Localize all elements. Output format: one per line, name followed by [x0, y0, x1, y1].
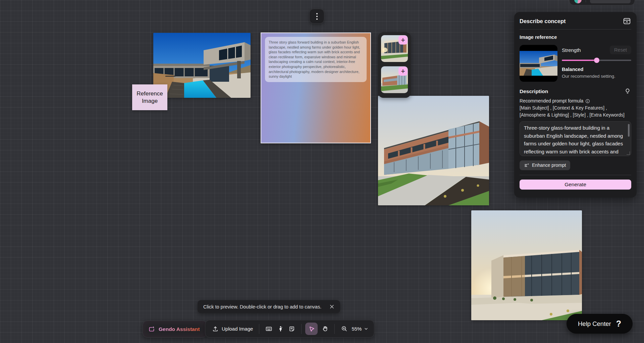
avatar[interactable] — [574, 0, 582, 3]
toolbar-divider — [301, 324, 302, 334]
formula-line-2: [Atmosphere & Lighting] , [Style] , [Ext… — [520, 112, 631, 119]
close-icon[interactable] — [329, 303, 335, 310]
hand-icon — [321, 325, 328, 332]
prompt-textarea-text: Three-story glass-forward building in a … — [520, 122, 631, 156]
textarea-resize-handle[interactable] — [627, 151, 630, 155]
slider-fill — [562, 60, 597, 61]
shortcuts-tool-button[interactable] — [263, 323, 275, 335]
textarea-scrollbar[interactable] — [628, 124, 630, 137]
canvas-image-brick-building[interactable] — [378, 96, 489, 205]
generate-button[interactable]: Generate — [520, 180, 631, 190]
strength-value-hint: Our recommended setting. — [562, 74, 631, 79]
divider — [586, 0, 586, 2]
preview-toast: Click to preview. Double-click or drag t… — [198, 300, 340, 313]
reference-note-label: Reference Image — [132, 90, 167, 105]
note-icon — [288, 326, 295, 332]
user-chip — [569, 0, 635, 5]
canvas-image-golden-building[interactable] — [471, 210, 582, 320]
gendo-assistant-button[interactable]: Gendo Assistant — [143, 321, 207, 338]
select-tool-button[interactable] — [305, 323, 318, 335]
formula-label: Recommended prompt formula — [520, 98, 583, 104]
image-reference-label: Image reference — [520, 35, 631, 40]
slider-handle[interactable] — [594, 58, 599, 63]
pan-tool-button[interactable] — [319, 323, 331, 335]
zoom-level-control[interactable]: 55% — [350, 324, 370, 334]
toast-message: Click to preview. Double-click or drag t… — [203, 304, 321, 310]
collapse-panel-icon[interactable] — [623, 17, 631, 25]
zoom-level: 55% — [352, 326, 362, 332]
help-center-button[interactable]: Help Center ? — [567, 314, 633, 334]
assistant-label: Gendo Assistant — [159, 326, 200, 332]
account-button[interactable] — [590, 0, 631, 3]
canvas-image-concrete-house[interactable] — [153, 33, 251, 98]
golden-building-illustration — [471, 210, 582, 320]
lightbulb-icon[interactable] — [624, 88, 631, 95]
question-mark-icon: ? — [616, 319, 621, 329]
enhance-prompt-button[interactable]: Enhance prompt — [520, 160, 570, 170]
strength-value-label: Balanced — [562, 67, 631, 72]
canvas-toolbar: Upload Image — [205, 320, 374, 338]
concrete-house-illustration — [153, 33, 251, 98]
enhance-sparkle-icon — [524, 162, 530, 168]
prompt-card-text: Three story glass forward building in a … — [265, 37, 367, 82]
kebab-dot — [316, 13, 318, 14]
info-icon[interactable] — [585, 99, 590, 104]
strength-label: Strength — [562, 47, 581, 53]
toolbar-divider — [259, 324, 259, 334]
brick-building-illustration — [378, 96, 489, 205]
add-to-canvas-button[interactable]: + — [398, 67, 408, 76]
prompt-textarea[interactable]: Three-story glass-forward building in a … — [520, 121, 631, 156]
cursor-icon — [308, 326, 315, 332]
upload-image-button[interactable]: Upload Image — [210, 323, 255, 335]
upload-icon — [212, 326, 219, 332]
divider — [520, 29, 631, 29]
assistant-icon — [148, 326, 155, 333]
description-label: Description — [520, 88, 548, 94]
person-icon — [277, 326, 284, 332]
enhance-prompt-label: Enhance prompt — [532, 163, 566, 168]
toolbar-divider — [334, 324, 335, 334]
generated-thumbnail-1[interactable]: + — [381, 35, 408, 62]
notes-tool-button[interactable] — [286, 323, 298, 335]
generated-thumbnail-2[interactable]: + — [381, 66, 408, 93]
reset-button[interactable]: Reset — [610, 46, 631, 54]
chevron-down-icon — [364, 327, 368, 331]
prompt-card[interactable]: Three story glass forward building in a … — [261, 32, 371, 143]
describe-concept-panel: Describe concept Image reference — [514, 12, 637, 198]
reference-thumb-illustration — [520, 51, 557, 76]
reference-image-note[interactable]: Reference Image — [132, 84, 167, 110]
reference-image-thumbnail[interactable] — [520, 45, 557, 82]
help-center-label: Help Center — [578, 320, 611, 328]
add-to-canvas-button[interactable]: + — [398, 36, 408, 45]
human-scale-tool-button[interactable] — [275, 323, 286, 335]
keyboard-icon — [265, 325, 272, 332]
canvas-menu-button[interactable] — [309, 9, 324, 24]
panel-title: Describe concept — [520, 18, 566, 24]
formula-line-1: [Main Subject] , [Context & Key Features… — [520, 105, 631, 112]
magnifier-icon — [341, 325, 348, 332]
strength-slider[interactable] — [562, 58, 631, 63]
zoom-tool-button[interactable] — [338, 323, 350, 335]
generated-thumbnails-strip: + + — [378, 32, 411, 98]
divider — [520, 175, 631, 175]
upload-image-label: Upload Image — [222, 326, 253, 332]
